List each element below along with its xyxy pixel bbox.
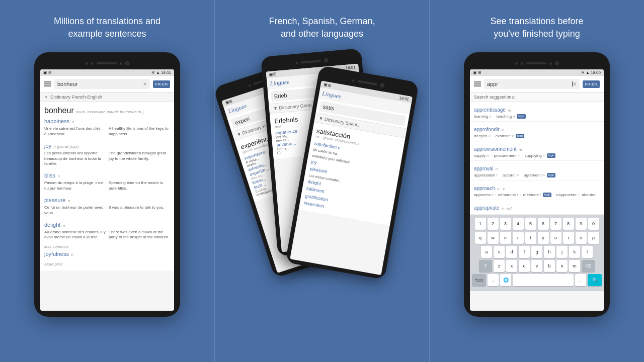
key-i[interactable]: i: [563, 232, 574, 244]
trans-item: aborder: [582, 193, 596, 197]
trans-pos: n: [72, 120, 74, 124]
key-4[interactable]: 4: [513, 218, 524, 230]
dict-content: satisfacción nc... (plural: satisfaccion…: [299, 123, 406, 226]
phone-dot: [295, 62, 298, 64]
key-k[interactable]: k: [569, 246, 580, 258]
suggestion-pos: v · ad: [502, 206, 512, 211]
suggestion-pos: n: [496, 167, 498, 171]
trans-item: approche f: [474, 193, 493, 197]
trans-item: supply n: [474, 153, 489, 158]
key-backspace[interactable]: ⌫: [582, 260, 595, 272]
translation-joyfulness: joyfulness n: [44, 249, 170, 258]
key-search[interactable]: 🔍: [588, 274, 602, 286]
key-period[interactable]: .: [575, 274, 586, 286]
key-8[interactable]: 8: [563, 218, 574, 230]
suggestion-approfondir[interactable]: approfondir v deepen v · examine v high: [470, 122, 604, 141]
suggestion-appropriate[interactable]: appropriate v · ad: [470, 200, 604, 215]
key-p[interactable]: p: [588, 232, 599, 244]
key-r[interactable]: r: [513, 232, 524, 244]
key-z[interactable]: z: [494, 260, 505, 272]
hamburger-menu-3[interactable]: [474, 81, 481, 86]
key-comma[interactable]: ,: [488, 274, 499, 286]
key-space[interactable]: [513, 274, 574, 286]
key-m[interactable]: m: [569, 260, 580, 272]
phone-speaker: [357, 80, 377, 85]
trans-item: accord m: [503, 173, 519, 177]
separator: ·: [494, 114, 495, 119]
search-clear-3[interactable]: ✕: [573, 81, 577, 87]
lang-badge-3[interactable]: FR-EN: [583, 80, 600, 88]
dict-header-1: ▼ Dictionary French-English: [40, 93, 174, 102]
key-5[interactable]: 5: [525, 218, 536, 230]
key-g[interactable]: g: [531, 246, 542, 258]
example-en: Spending time on the beach is pure bliss…: [109, 180, 170, 191]
suggestion-translations: learning n · teaching n high: [474, 114, 600, 119]
status-icons-left: ▣ ⊞: [473, 70, 481, 75]
key-l[interactable]: l: [582, 246, 593, 258]
key-e[interactable]: e: [500, 232, 511, 244]
key-9[interactable]: 9: [576, 218, 587, 230]
key-y[interactable]: y: [538, 232, 549, 244]
key-v[interactable]: v: [531, 260, 542, 272]
key-t[interactable]: t: [525, 232, 536, 244]
trans-item: approbation f: [474, 173, 497, 177]
hamburger-line: [44, 85, 51, 86]
key-7[interactable]: 7: [550, 218, 561, 230]
status-icons-right: ✲ ▲ 18:00: [581, 70, 601, 75]
key-2[interactable]: 2: [488, 218, 499, 230]
hamburger-line: [474, 85, 481, 86]
trans-pos: n: [63, 223, 65, 228]
key-shift[interactable]: ⇑: [479, 260, 492, 272]
status-icon-wifi: ⊞: [48, 70, 52, 75]
key-u[interactable]: u: [550, 232, 561, 244]
search-bar-1[interactable]: bonheur ✕ FR-EN: [40, 76, 174, 93]
translations: satisfaction n Mi sueño se ha... realida…: [303, 140, 398, 221]
search-input-1[interactable]: bonheur ✕: [54, 79, 150, 89]
search-input-3[interactable]: appr ✕: [484, 79, 580, 89]
suggestion-word: appropriate: [474, 205, 500, 211]
key-w[interactable]: w: [488, 232, 499, 244]
key-c[interactable]: c: [519, 260, 530, 272]
keyboard-row-1: q w e r t y u i o p: [472, 232, 602, 244]
status-icon-bt: ✲: [151, 70, 155, 75]
lang-badge-1[interactable]: FR-EN: [153, 80, 170, 88]
suggestion-word: approvisionnement: [474, 146, 517, 152]
suggestion-approval[interactable]: approval n approbation f · accord m · ag…: [470, 161, 604, 180]
separator: ·: [492, 134, 493, 138]
key-d[interactable]: d: [506, 246, 517, 258]
key-s[interactable]: s: [494, 246, 505, 258]
search-clear-1[interactable]: ✕: [143, 81, 147, 87]
phone-camera: [380, 83, 384, 87]
key-123[interactable]: ?123: [472, 274, 486, 286]
suggestion-approach[interactable]: approach n · v approche f / démarche f /…: [470, 180, 604, 200]
example-fr: Passer du temps à la plage, c'est du pur…: [44, 180, 106, 191]
main-word-1: bonheur noun, masculine (plural: bonheur…: [44, 106, 170, 115]
trans-word: joy: [44, 143, 51, 149]
key-f[interactable]: f: [519, 246, 530, 258]
key-j[interactable]: j: [556, 246, 568, 258]
search-bar-3[interactable]: appr ✕ FR-EN: [470, 76, 604, 93]
phone-dot: [352, 79, 355, 82]
trans-item: agrément m: [524, 173, 545, 177]
key-a[interactable]: a: [481, 246, 492, 258]
key-0[interactable]: 0: [588, 218, 599, 230]
example-en: It was a pleasure to talk to you.: [109, 205, 170, 216]
key-6[interactable]: 6: [538, 218, 549, 230]
suggestion-apprentissage[interactable]: apprentissage m learning n · teaching n …: [470, 102, 604, 122]
key-globe[interactable]: 🌐: [500, 274, 511, 286]
main-word-text: bonheur: [44, 106, 74, 115]
key-n[interactable]: n: [556, 260, 568, 272]
key-h[interactable]: h: [544, 246, 555, 258]
hamburger-menu[interactable]: [44, 81, 51, 86]
translation-happiness: happiness n Une vie saine est l'une des …: [44, 116, 170, 137]
key-x[interactable]: x: [506, 260, 517, 272]
key-o[interactable]: o: [576, 232, 587, 244]
key-b[interactable]: b: [544, 260, 555, 272]
trans-pos: n: [68, 199, 70, 203]
suggestion-translations: approbation f · accord m · agrément m hi…: [474, 173, 600, 177]
key-1[interactable]: 1: [475, 218, 486, 230]
suggestion-approvisionnement[interactable]: approvisionnement m supply n · procureme…: [470, 141, 604, 161]
key-3[interactable]: 3: [500, 218, 511, 230]
keyboard-row-2: a s d f g h j k l: [472, 246, 602, 258]
key-q[interactable]: q: [475, 232, 486, 244]
